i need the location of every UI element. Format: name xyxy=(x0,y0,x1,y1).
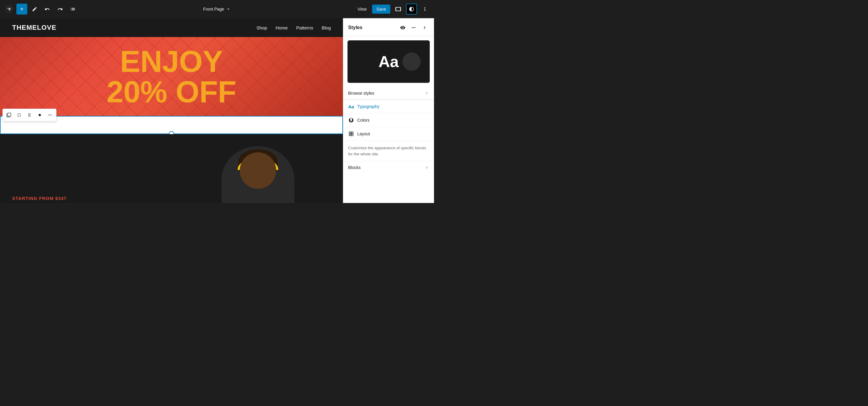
site-nav: Shop Home Patterns Blog xyxy=(256,25,331,30)
browse-styles-chevron-icon xyxy=(424,91,429,96)
style-preview[interactable]: Aa xyxy=(347,40,430,83)
browse-styles-label: Browse styles xyxy=(348,91,374,96)
move-up-down-button[interactable] xyxy=(35,110,44,120)
blocks-chevron-icon xyxy=(424,165,429,170)
layout-label-wrapper: Layout xyxy=(348,131,370,137)
blocks-label: Blocks xyxy=(348,165,361,170)
browse-styles-row[interactable]: Browse styles xyxy=(343,87,434,99)
nav-patterns[interactable]: Patterns xyxy=(296,25,313,30)
typography-label: Typography xyxy=(357,104,379,109)
main-toolbar: + Front Page View Sa xyxy=(0,0,434,18)
list-view-button[interactable] xyxy=(67,4,78,14)
hero-line2: 20% OFF xyxy=(106,76,237,107)
page-title-button[interactable]: Front Page xyxy=(203,7,231,11)
site-header: THEMELOVE Shop Home Patterns Blog xyxy=(0,18,343,37)
add-block-button[interactable]: + xyxy=(17,4,27,14)
select-parent-button[interactable] xyxy=(4,110,14,120)
expand-button[interactable] xyxy=(14,110,24,120)
layout-grid-icon xyxy=(348,131,354,136)
select-parent-icon xyxy=(6,113,11,118)
redo-icon xyxy=(57,6,63,12)
hero-line1: ENJOY xyxy=(106,46,237,76)
view-button[interactable]: View xyxy=(354,5,370,13)
person-head xyxy=(240,152,276,189)
more-block-options-button[interactable] xyxy=(45,110,55,120)
more-dots-icon xyxy=(411,25,416,30)
eye-icon xyxy=(400,25,405,30)
page-title-label: Front Page xyxy=(203,7,224,11)
styles-button[interactable] xyxy=(406,4,417,14)
blocks-row[interactable]: Blocks xyxy=(343,161,434,174)
up-down-icon xyxy=(37,113,42,118)
chevron-down-icon xyxy=(226,7,231,11)
close-panel-button[interactable] xyxy=(420,23,429,32)
list-icon xyxy=(70,6,75,12)
half-circle-icon xyxy=(409,6,414,12)
site-logo: THEMELOVE xyxy=(12,24,57,32)
description-text: Customize the appearance of specific blo… xyxy=(343,141,434,161)
main-area: THEMELOVE Shop Home Patterns Blog ENJOY … xyxy=(0,18,434,203)
more-horiz-icon xyxy=(48,113,53,118)
more-options-button[interactable] xyxy=(420,4,430,14)
typography-label-wrapper: Aa Typography xyxy=(348,103,379,110)
hero-banner: ENJOY 20% OFF xyxy=(0,37,343,116)
plus-icon: + xyxy=(20,6,24,13)
panel-header: Styles xyxy=(343,18,434,36)
toolbar-left: + xyxy=(4,4,78,14)
toolbar-right: View Save xyxy=(354,4,430,14)
chevron-right-panel-icon xyxy=(422,25,427,30)
undo-button[interactable] xyxy=(42,4,53,14)
right-panel: Styles xyxy=(343,18,434,203)
wp-logo-icon xyxy=(5,5,13,13)
nav-home[interactable]: Home xyxy=(276,25,288,30)
colors-label-wrapper: Colors xyxy=(348,117,369,123)
hero-text: ENJOY 20% OFF xyxy=(106,46,237,107)
nav-blog[interactable]: Blog xyxy=(322,25,331,30)
droplet-icon xyxy=(348,118,354,123)
pencil-icon xyxy=(32,6,37,12)
person-silhouette xyxy=(222,146,294,203)
tablet-icon xyxy=(395,6,401,12)
colors-icon xyxy=(348,117,354,123)
save-button[interactable]: Save xyxy=(372,5,390,14)
colors-row[interactable]: Colors xyxy=(343,114,434,127)
typography-icon: Aa xyxy=(348,103,354,110)
layout-row[interactable]: Layout xyxy=(343,127,434,141)
tools-button[interactable] xyxy=(29,4,40,14)
wp-logo-button[interactable] xyxy=(4,4,14,14)
dark-section: STARTING FROM $347 xyxy=(0,134,343,203)
starting-from-text: STARTING FROM $347 xyxy=(12,196,66,201)
style-book-button[interactable] xyxy=(398,23,407,32)
drag-handle-button[interactable] xyxy=(25,110,34,120)
canvas-area: THEMELOVE Shop Home Patterns Blog ENJOY … xyxy=(0,18,343,203)
expand-icon xyxy=(17,113,22,118)
colors-label: Colors xyxy=(357,118,369,123)
style-preview-text: Aa xyxy=(378,53,399,71)
style-preview-circle xyxy=(402,53,421,71)
nav-shop[interactable]: Shop xyxy=(256,25,267,30)
panel-title: Styles xyxy=(348,25,362,30)
drag-icon xyxy=(27,113,32,118)
panel-more-button[interactable] xyxy=(409,23,418,32)
panel-header-icons xyxy=(398,23,429,32)
block-toolbar xyxy=(2,108,57,121)
more-vertical-icon xyxy=(422,6,428,12)
typography-row[interactable]: Aa Typography xyxy=(343,100,434,114)
layout-icon xyxy=(348,131,354,137)
layout-label: Layout xyxy=(357,131,370,136)
undo-icon xyxy=(44,6,50,12)
preview-mode-button[interactable] xyxy=(393,4,404,14)
redo-button[interactable] xyxy=(55,4,66,14)
